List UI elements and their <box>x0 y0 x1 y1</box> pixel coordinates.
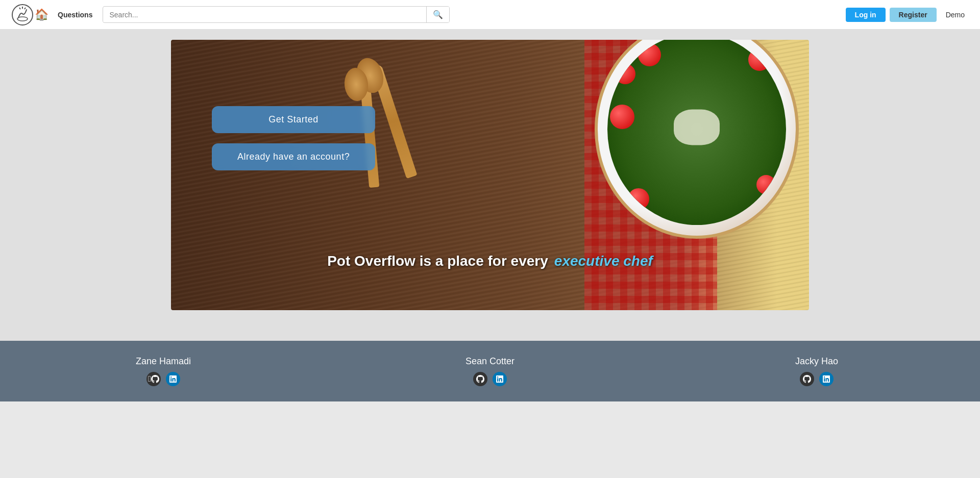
footer: Zane Hamadi  Sean Cotter Jacky Hao <box>0 341 980 401</box>
tomato-2 <box>615 64 635 84</box>
tomato-1 <box>638 43 661 66</box>
footer-icons-1:  <box>146 372 180 386</box>
hero-footer-gap <box>0 310 980 341</box>
footer-icons-3 <box>800 372 834 386</box>
linkedin-icon-2[interactable] <box>493 372 507 386</box>
logo[interactable] <box>10 3 35 27</box>
tomato-3 <box>610 105 634 129</box>
navbar: 🏠 Questions 🔍 Log in Register Demo <box>0 0 980 30</box>
svg-line-3 <box>19 8 20 9</box>
get-started-button[interactable]: Get Started <box>212 106 375 133</box>
footer-person-2: Sean Cotter <box>327 356 653 386</box>
search-icon: 🔍 <box>433 10 443 19</box>
svg-line-4 <box>24 8 26 9</box>
github-icon-2[interactable] <box>473 372 487 386</box>
hero-background: Get Started Already have an account? Pot… <box>171 40 809 310</box>
footer-name-2: Sean Cotter <box>465 356 514 367</box>
github-icon-1[interactable]:  <box>146 372 161 386</box>
already-account-button[interactable]: Already have an account? <box>212 143 375 170</box>
github-icon-3[interactable] <box>800 372 814 386</box>
linkedin-icon-3[interactable] <box>819 372 834 386</box>
search-bar: 🔍 <box>103 6 450 23</box>
footer-person-1: Zane Hamadi  <box>0 356 327 386</box>
tomato-5 <box>756 175 776 194</box>
footer-name-1: Zane Hamadi <box>136 356 191 367</box>
home-icon[interactable]: 🏠 <box>35 8 48 21</box>
hero-buttons: Get Started Already have an account? <box>212 106 375 170</box>
tagline-suffix: executive chef <box>554 253 653 269</box>
tagline-prefix: Pot Overflow is a place for every <box>327 253 548 269</box>
hero-salad <box>607 40 786 225</box>
svg-point-1 <box>17 17 28 21</box>
footer-name-3: Jacky Hao <box>795 356 838 367</box>
register-button[interactable]: Register <box>890 8 937 22</box>
footer-person-3: Jacky Hao <box>653 356 980 386</box>
demo-button[interactable]: Demo <box>941 8 970 22</box>
auth-buttons: Log in Register Demo <box>846 8 970 22</box>
search-button[interactable]: 🔍 <box>426 7 449 22</box>
hero-tagline: Pot Overflow is a place for every execut… <box>171 253 809 269</box>
questions-link[interactable]: Questions <box>58 11 92 19</box>
hero-section: Get Started Already have an account? Pot… <box>171 40 809 310</box>
tomato-6 <box>748 48 771 71</box>
search-input[interactable] <box>103 8 426 22</box>
login-button[interactable]: Log in <box>846 8 886 22</box>
tomato-4 <box>628 188 649 210</box>
cheese <box>674 110 720 145</box>
linkedin-icon-1[interactable] <box>166 372 180 386</box>
footer-icons-2 <box>473 372 507 386</box>
